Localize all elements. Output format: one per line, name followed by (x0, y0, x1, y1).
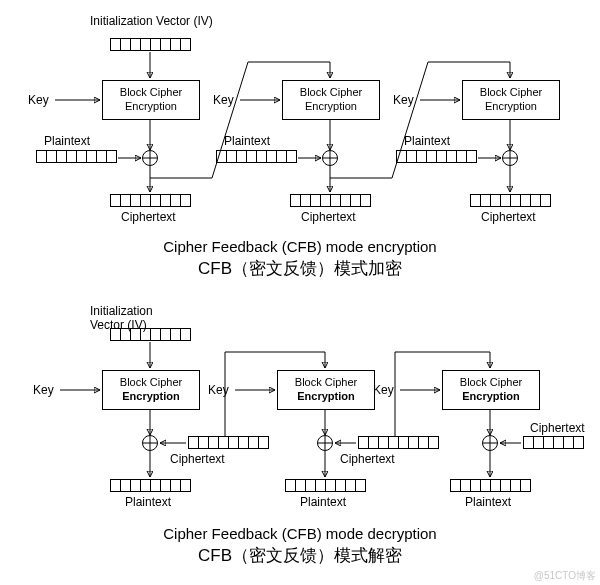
ciphertext-cells (358, 436, 439, 449)
key-label: Key (28, 93, 49, 107)
iv-cells (110, 328, 191, 341)
block-cipher-text: Block Cipher (443, 376, 539, 390)
plaintext-cells (285, 479, 366, 492)
ciphertext-label: Ciphertext (170, 452, 225, 466)
ciphertext-cells (188, 436, 269, 449)
decryption-caption-en: Cipher Feedback (CFB) mode decryption (0, 525, 600, 542)
xor-icon (502, 150, 518, 166)
plaintext-cells (396, 150, 477, 163)
encryption-text: Encryption (278, 390, 374, 404)
xor-icon (322, 150, 338, 166)
encryption-text: Encryption (103, 390, 199, 404)
plaintext-cells (450, 479, 531, 492)
iv-cells (110, 38, 191, 51)
ciphertext-label: Ciphertext (301, 210, 356, 224)
xor-icon (482, 435, 498, 451)
decryption-caption: Cipher Feedback (CFB) mode decryption CF… (0, 525, 600, 567)
watermark: @51CTO博客 (534, 569, 596, 583)
block-cipher-box: Block Cipher Encryption (277, 370, 375, 410)
xor-icon (142, 150, 158, 166)
iv-label: Initialization Vector (IV) (90, 14, 213, 28)
ciphertext-label: Ciphertext (121, 210, 176, 224)
block-cipher-text: Block Cipher (463, 86, 559, 100)
ciphertext-cells (470, 194, 551, 207)
ciphertext-label: Ciphertext (481, 210, 536, 224)
block-cipher-box: Block Cipher Encryption (442, 370, 540, 410)
encryption-caption-en: Cipher Feedback (CFB) mode encryption (0, 238, 600, 255)
block-cipher-text: Block Cipher (103, 376, 199, 390)
key-label: Key (393, 93, 414, 107)
key-label: Key (208, 383, 229, 397)
plaintext-label: Plaintext (224, 134, 270, 148)
encryption-text: Encryption (463, 100, 559, 114)
key-label: Key (33, 383, 54, 397)
encryption-caption: Cipher Feedback (CFB) mode encryption CF… (0, 238, 600, 280)
key-label: Key (373, 383, 394, 397)
encryption-text: Encryption (103, 100, 199, 114)
encryption-text: Encryption (443, 390, 539, 404)
block-cipher-text: Block Cipher (278, 376, 374, 390)
ciphertext-cells (290, 194, 371, 207)
decryption-caption-zh: CFB（密文反馈）模式解密 (0, 544, 600, 567)
block-cipher-text: Block Cipher (283, 86, 379, 100)
block-cipher-box: Block Cipher Encryption (282, 80, 380, 120)
block-cipher-box: Block Cipher Encryption (462, 80, 560, 120)
plaintext-label: Plaintext (44, 134, 90, 148)
plaintext-cells (110, 479, 191, 492)
block-cipher-box: Block Cipher Encryption (102, 370, 200, 410)
plaintext-label: Plaintext (300, 495, 346, 509)
ciphertext-cells (110, 194, 191, 207)
key-label: Key (213, 93, 234, 107)
block-cipher-box: Block Cipher Encryption (102, 80, 200, 120)
block-cipher-text: Block Cipher (103, 86, 199, 100)
plaintext-label: Plaintext (404, 134, 450, 148)
plaintext-cells (216, 150, 297, 163)
plaintext-label: Plaintext (125, 495, 171, 509)
encryption-caption-zh: CFB（密文反馈）模式加密 (0, 257, 600, 280)
ciphertext-cells (523, 436, 584, 449)
xor-icon (142, 435, 158, 451)
ciphertext-label: Ciphertext (530, 421, 585, 435)
plaintext-label: Plaintext (465, 495, 511, 509)
xor-icon (317, 435, 333, 451)
cfb-encryption-diagram: Initialization Vector (IV) Key Block Cip… (0, 0, 600, 250)
encryption-text: Encryption (283, 100, 379, 114)
ciphertext-label: Ciphertext (340, 452, 395, 466)
plaintext-cells (36, 150, 117, 163)
